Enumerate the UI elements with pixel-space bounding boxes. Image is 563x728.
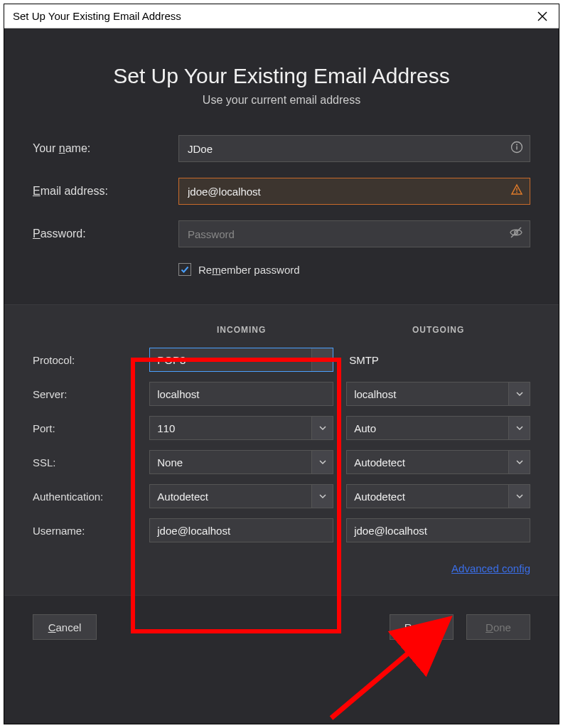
close-button[interactable] xyxy=(533,7,552,26)
password-row: Password: xyxy=(33,220,530,247)
svg-rect-4 xyxy=(516,146,517,150)
name-row: Your name: xyxy=(33,135,530,162)
info-icon xyxy=(510,141,523,156)
chevron-down-icon xyxy=(508,417,530,439)
remember-label: Remember password xyxy=(198,264,300,276)
username-label: Username: xyxy=(33,525,149,537)
chevron-down-icon xyxy=(311,451,333,473)
page-title: Set Up Your Existing Email Address xyxy=(18,64,545,88)
protocol-label: Protocol: xyxy=(33,354,149,366)
chevron-down-icon xyxy=(508,382,530,405)
advanced-config-link[interactable]: Advanced config xyxy=(451,562,530,574)
outgoing-username-input[interactable]: jdoe@localhost xyxy=(346,518,530,542)
svg-rect-5 xyxy=(516,188,517,191)
page-subtitle: Use your current email address xyxy=(18,94,545,107)
incoming-protocol-select[interactable]: POP3 xyxy=(149,348,333,372)
name-label: Your name: xyxy=(33,142,178,155)
retest-button[interactable]: Re-test xyxy=(390,614,454,640)
auth-label: Authentication: xyxy=(33,491,149,503)
password-label: Password: xyxy=(33,228,178,240)
outgoing-protocol-value: SMTP xyxy=(346,348,530,372)
name-input[interactable] xyxy=(178,135,530,162)
email-label: Email address: xyxy=(33,185,178,198)
outgoing-ssl-select[interactable]: Autodetect xyxy=(346,450,530,474)
warning-icon xyxy=(510,183,523,199)
ssl-label: SSL: xyxy=(33,456,149,469)
email-row: Email address: xyxy=(33,178,530,205)
svg-point-6 xyxy=(516,192,518,193)
remember-row[interactable]: Remember password xyxy=(178,263,530,276)
outgoing-port-select[interactable]: Auto xyxy=(346,416,530,440)
account-form: Your name: Email address: xyxy=(4,114,559,283)
svg-point-3 xyxy=(516,144,518,146)
close-icon xyxy=(537,11,547,21)
incoming-header: INCOMING xyxy=(149,325,333,335)
dialog-window: Set Up Your Existing Email Address Set U… xyxy=(4,4,559,724)
incoming-ssl-select[interactable]: None xyxy=(149,450,333,474)
chevron-down-icon xyxy=(311,485,333,508)
svg-line-8 xyxy=(511,228,521,237)
incoming-username-input[interactable]: jdoe@localhost xyxy=(149,518,333,542)
remember-checkbox[interactable] xyxy=(178,263,191,276)
chevron-down-icon xyxy=(508,485,530,508)
heading-area: Set Up Your Existing Email Address Use y… xyxy=(4,28,559,114)
port-label: Port: xyxy=(33,422,149,434)
email-input[interactable] xyxy=(178,178,530,205)
incoming-server-input[interactable]: localhost xyxy=(149,382,333,406)
dialog-content: Set Up Your Existing Email Address Use y… xyxy=(4,28,559,724)
chevron-down-icon xyxy=(311,348,333,371)
incoming-port-select[interactable]: 110 xyxy=(149,416,333,440)
outgoing-header: OUTGOING xyxy=(346,325,530,335)
outgoing-server-select[interactable]: localhost xyxy=(346,382,530,406)
outgoing-auth-select[interactable]: Autodetect xyxy=(346,484,530,508)
eye-off-icon[interactable] xyxy=(509,225,523,242)
server-label: Server: xyxy=(33,388,149,400)
checkmark-icon xyxy=(180,264,190,274)
done-button[interactable]: Done xyxy=(466,614,530,640)
button-bar: Cancel Re-test Done xyxy=(4,595,559,661)
chevron-down-icon xyxy=(311,417,333,439)
cancel-button[interactable]: Cancel xyxy=(33,614,97,640)
password-input[interactable] xyxy=(178,220,530,247)
titlebar-title: Set Up Your Existing Email Address xyxy=(13,10,181,22)
chevron-down-icon xyxy=(508,451,530,473)
server-config: INCOMING OUTGOING Protocol: POP3 SMTP Se… xyxy=(4,305,559,595)
titlebar: Set Up Your Existing Email Address xyxy=(4,4,559,28)
incoming-auth-select[interactable]: Autodetect xyxy=(149,484,333,508)
